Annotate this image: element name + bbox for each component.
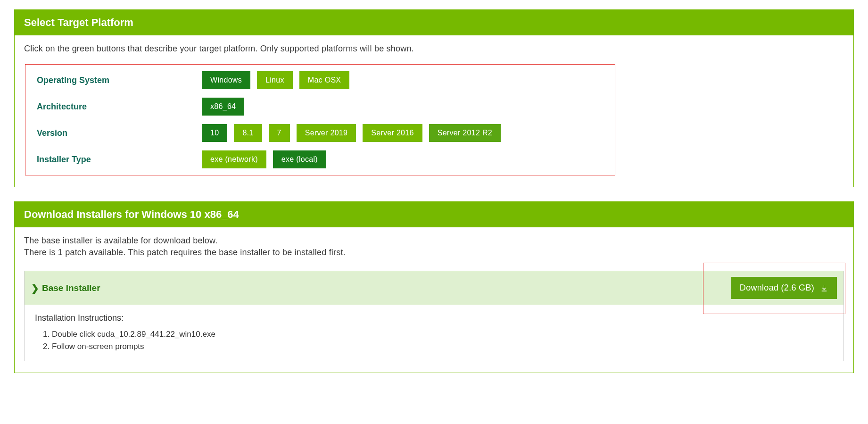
chevron-right-icon: ❯ [31,283,39,294]
option-button[interactable]: x86_64 [202,98,244,116]
download-wrap: Download (2.6 GB) [731,277,837,299]
option-row: exe (network)exe (local) [202,150,608,168]
instructions: Installation Instructions: Double click … [25,305,843,361]
platform-panel-body: Click on the green buttons that describe… [15,35,853,187]
option-button[interactable]: Mac OSX [299,71,350,89]
install-title: Download Installers for Windows 10 x86_6… [24,208,239,220]
install-intro-0: The base installer is available for down… [24,236,844,246]
instructions-title: Installation Instructions: [35,313,833,323]
selector-label: Architecture [32,102,202,112]
platform-panel-header: Select Target Platform [15,10,853,35]
option-button[interactable]: Linux [257,71,293,89]
selector-label: Version [32,128,202,138]
download-button[interactable]: Download (2.6 GB) [731,277,837,299]
download-icon [820,284,828,292]
selector-label: Operating System [32,75,202,85]
option-row: x86_64 [202,98,608,116]
install-panel-header: Download Installers for Windows 10 x86_6… [15,202,853,227]
option-button[interactable]: 8.1 [234,124,262,142]
install-panel: Download Installers for Windows 10 x86_6… [14,201,854,373]
platform-title: Select Target Platform [24,17,133,28]
platform-intro: Click on the green buttons that describe… [24,44,844,54]
installer-block: ❯ Base Installer Download (2.6 GB) [24,271,844,361]
install-intro-1: There is 1 patch available. This patch r… [24,248,844,258]
installer-title-wrap[interactable]: ❯ Base Installer [31,283,100,294]
option-button[interactable]: exe (local) [273,150,326,168]
option-row: WindowsLinuxMac OSX [202,71,608,89]
instructions-list: Double click cuda_10.2.89_441.22_win10.e… [35,330,833,351]
installer-header: ❯ Base Installer Download (2.6 GB) [25,271,843,305]
option-button[interactable]: Windows [202,71,250,89]
option-button[interactable]: Server 2019 [297,124,356,142]
option-button[interactable]: 10 [202,124,227,142]
install-panel-body: The base installer is available for down… [15,227,853,373]
platform-selector-grid: Operating SystemWindowsLinuxMac OSXArchi… [25,64,615,175]
selector-label: Installer Type [32,155,202,165]
installer-section-title: Base Installer [42,283,100,293]
option-button[interactable]: 7 [269,124,290,142]
option-button[interactable]: exe (network) [202,150,266,168]
platform-panel: Select Target Platform Click on the gree… [14,9,854,187]
instruction-item: Double click cuda_10.2.89_441.22_win10.e… [52,330,833,339]
instruction-item: Follow on-screen prompts [52,342,833,351]
download-label: Download (2.6 GB) [740,283,814,293]
option-button[interactable]: Server 2012 R2 [429,124,501,142]
option-button[interactable]: Server 2016 [363,124,422,142]
option-row: 108.17Server 2019Server 2016Server 2012 … [202,124,608,142]
